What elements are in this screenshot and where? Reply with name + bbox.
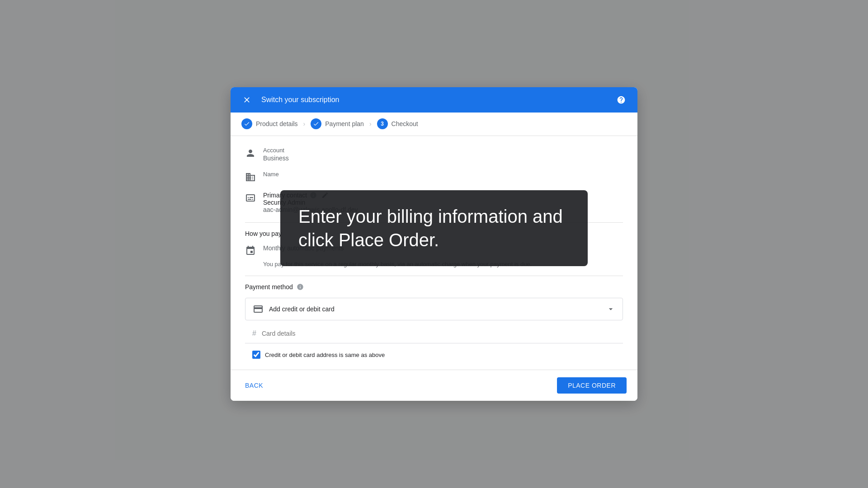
place-order-button[interactable]: PLACE ORDER bbox=[557, 377, 627, 394]
step-1-circle bbox=[241, 118, 252, 129]
contact-email: aac-admin@wrlewis.apollo-df.dev bbox=[263, 206, 623, 213]
hash-icon: # bbox=[252, 329, 256, 338]
steps-bar: Product details › Payment plan › 3 Check… bbox=[231, 113, 637, 136]
account-label: Account bbox=[263, 147, 623, 154]
account-content: Account Business bbox=[263, 147, 623, 162]
auto-payment-label: Monthly automatic payments bbox=[263, 244, 623, 252]
payment-method-info-icon[interactable] bbox=[297, 283, 304, 291]
payment-method-header: Payment method bbox=[245, 283, 623, 291]
business-icon bbox=[245, 172, 256, 183]
back-button[interactable]: BACK bbox=[241, 378, 267, 393]
primary-contact-row: Primary contact bbox=[245, 192, 623, 213]
name-row: Name bbox=[245, 171, 623, 183]
add-card-label: Add credit or debit card bbox=[269, 305, 606, 313]
account-icon bbox=[245, 148, 256, 159]
primary-contact-label: Primary contact bbox=[263, 192, 307, 199]
close-button[interactable] bbox=[240, 93, 254, 107]
credit-card-icon bbox=[253, 304, 264, 314]
step-2-circle bbox=[311, 118, 321, 129]
chevron-down-icon bbox=[606, 305, 615, 314]
checkbox-row: Credit or debit card address is same as … bbox=[245, 351, 623, 359]
dialog-content: Enter your billing information and click… bbox=[231, 136, 637, 370]
dialog-title: Switch your subscription bbox=[261, 96, 614, 104]
how-you-pay-label: How you pay bbox=[245, 230, 623, 237]
step-2-label: Payment plan bbox=[325, 120, 364, 127]
same-address-checkbox[interactable] bbox=[252, 351, 260, 359]
step-1-label: Product details bbox=[256, 120, 298, 127]
dialog-header: Switch your subscription bbox=[231, 87, 637, 113]
account-value: Business bbox=[263, 155, 623, 162]
step-3-circle: 3 bbox=[377, 118, 388, 129]
help-button[interactable] bbox=[614, 93, 628, 107]
account-row: Account Business bbox=[245, 147, 623, 162]
divider-2 bbox=[245, 276, 623, 276]
step-sep-1: › bbox=[303, 120, 306, 127]
step-3-label: Checkout bbox=[392, 120, 418, 127]
form-area: Account Business Name bbox=[231, 136, 637, 370]
same-address-label[interactable]: Credit or debit card address is same as … bbox=[265, 352, 385, 358]
payment-method-label: Payment method bbox=[245, 283, 293, 291]
checkout-dialog: Switch your subscription Product details… bbox=[231, 87, 637, 401]
auto-payment-content: Monthly automatic payments bbox=[263, 244, 623, 252]
dialog-footer: BACK PLACE ORDER bbox=[231, 370, 637, 401]
step-sep-2: › bbox=[369, 120, 372, 127]
calendar-icon bbox=[245, 245, 256, 256]
primary-contact-header: Primary contact bbox=[263, 192, 623, 199]
auto-payment-row: Monthly automatic payments bbox=[245, 244, 623, 256]
name-content: Name bbox=[263, 171, 623, 178]
auto-payment-description: You pay for this service on a regular mo… bbox=[263, 260, 623, 269]
name-label: Name bbox=[263, 171, 623, 178]
primary-contact-content: Primary contact bbox=[263, 192, 623, 213]
add-card-row[interactable]: Add credit or debit card bbox=[245, 298, 623, 320]
card-details-row: # bbox=[245, 324, 623, 343]
divider-1 bbox=[245, 222, 623, 223]
card-details-input[interactable] bbox=[262, 330, 616, 337]
contact-role: Security Admin bbox=[263, 199, 623, 206]
step-checkout: 3 Checkout bbox=[377, 118, 418, 129]
step-payment-plan: Payment plan bbox=[311, 118, 364, 129]
primary-contact-edit-icon[interactable] bbox=[321, 192, 329, 199]
contact-icon bbox=[245, 192, 256, 203]
primary-contact-info-icon[interactable] bbox=[310, 192, 317, 199]
step-product-details: Product details bbox=[241, 118, 298, 129]
